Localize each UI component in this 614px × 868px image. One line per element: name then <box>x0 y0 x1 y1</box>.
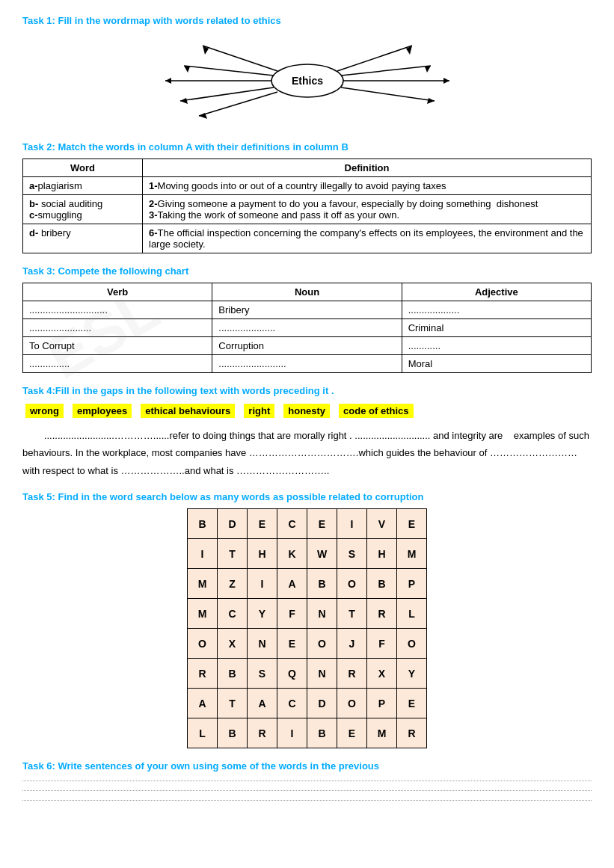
wordsearch-cell: X <box>218 629 248 659</box>
task5-section: Task 5: Find in the word search below as… <box>22 491 592 748</box>
wordsearch-cell: E <box>248 509 277 539</box>
svg-marker-7 <box>165 78 171 84</box>
wordsearch-cell: E <box>337 718 367 748</box>
wordmap-svg: Ethics <box>120 32 494 129</box>
highlight-word-2: employees <box>73 404 132 418</box>
wordsearch-row: OXNEOJFO <box>188 629 427 659</box>
wordmap-container: Ethics <box>120 32 494 129</box>
wordsearch-cell: X <box>367 659 397 689</box>
wordsearch-cell: Y <box>248 599 277 629</box>
highlight-word-4: right <box>244 404 274 418</box>
wordsearch-cell: D <box>218 509 248 539</box>
svg-line-2 <box>203 46 277 71</box>
wordsearch-cell: V <box>367 509 397 539</box>
highlight-word-3: ethical behaviours <box>141 404 235 418</box>
wordsearch-cell: E <box>277 629 307 659</box>
table-row: a-plagiarism 1-Moving goods into or out … <box>23 177 592 195</box>
highlight-word-5: honesty <box>283 404 330 418</box>
wordsearch-row: ITHKWSHM <box>188 539 427 569</box>
wordsearch-cell: B <box>367 569 397 599</box>
wordsearch-cell: Y <box>397 659 427 689</box>
wordsearch-cell: A <box>277 569 307 599</box>
wordsearch-cell: M <box>188 599 218 629</box>
wordsearch-cell: N <box>248 629 277 659</box>
adj-cell: Criminal <box>402 319 591 337</box>
def-cell-1: 1-Moving goods into or out of a country … <box>143 177 592 195</box>
wordsearch-cell: D <box>307 689 337 718</box>
wordsearch-cell: C <box>218 599 248 629</box>
wordsearch-cell: W <box>307 539 337 569</box>
svg-line-14 <box>341 66 431 76</box>
def-cell-3: 6-The official inspection concerning the… <box>143 224 592 253</box>
task4-paragraph: ..........................…………......refe… <box>22 427 592 479</box>
svg-marker-5 <box>184 66 190 73</box>
svg-line-12 <box>337 46 412 71</box>
wordsearch-cell: H <box>367 539 397 569</box>
wordsearch-cell: E <box>397 689 427 718</box>
wordsearch-cell: N <box>307 599 337 629</box>
verb-cell: To Corrupt <box>23 337 212 355</box>
writing-line-3 <box>22 800 592 801</box>
task2-section: Task 2: Match the words in column A with… <box>22 141 592 253</box>
adj-cell: ................... <box>402 301 591 319</box>
wordsearch-row: BDECEIVE <box>188 509 427 539</box>
verb-cell: ............................. <box>23 301 212 319</box>
task4-words-row: wrong employees ethical behaviours right… <box>22 402 592 419</box>
svg-marker-15 <box>425 66 431 73</box>
wordsearch-cell: Z <box>218 569 248 599</box>
chart-table: Verb Noun Adjective ....................… <box>22 283 592 373</box>
svg-marker-9 <box>180 98 188 104</box>
task4-section: Task 4:Fill in the gaps in the following… <box>22 385 592 479</box>
wordsearch-row: ATACDOPE <box>188 689 427 718</box>
wordsearch-row: MZIABOBP <box>188 569 427 599</box>
wordsearch-cell: C <box>277 689 307 718</box>
wordsearch-cell: P <box>397 569 427 599</box>
wordsearch-cell: M <box>367 718 397 748</box>
wordsearch-cell: R <box>188 659 218 689</box>
chart-row: ............... ........................… <box>23 355 592 373</box>
wordsearch-cell: I <box>337 509 367 539</box>
verb-cell: ....................... <box>23 319 212 337</box>
wordsearch-cell: O <box>397 629 427 659</box>
wordsearch-cell: B <box>218 659 248 689</box>
wordsearch-cell: C <box>277 509 307 539</box>
wordsearch-row: MCYFNTRL <box>188 599 427 629</box>
wordsearch-cell: K <box>277 539 307 569</box>
wordsearch-cell: T <box>337 599 367 629</box>
wordsearch-cell: I <box>188 539 218 569</box>
svg-line-10 <box>199 92 277 116</box>
task2-title: Task 2: Match the words in column A with… <box>22 141 592 153</box>
noun-cell: Corruption <box>212 337 402 355</box>
def-cell-2: 2-Giving someone a payment to do you a f… <box>143 195 592 224</box>
wordsearch-cell: R <box>367 599 397 629</box>
svg-line-8 <box>180 87 274 101</box>
wordsearch-cell: H <box>248 539 277 569</box>
col-noun-header: Noun <box>212 283 402 301</box>
verb-cell: ............... <box>23 355 212 373</box>
table-row: d- bribery 6-The official inspection con… <box>23 224 592 253</box>
wordsearch-cell: I <box>277 718 307 748</box>
col-adj-header: Adjective <box>402 283 591 301</box>
word-cell: a-plagiarism <box>23 177 143 195</box>
adj-cell: Moral <box>402 355 591 373</box>
task3-section: Task 3: Compete the following chart Verb… <box>22 265 592 373</box>
word-a: a- <box>29 180 38 191</box>
wordsearch-cell: T <box>218 539 248 569</box>
wordsearch-cell: B <box>188 509 218 539</box>
task1-section: Task 1: Fill in the wordrmap with words … <box>22 15 592 129</box>
task4-title: Task 4:Fill in the gaps in the following… <box>22 385 592 396</box>
svg-marker-19 <box>427 98 435 104</box>
writing-line-1 <box>22 781 592 781</box>
adj-cell: ............ <box>402 337 591 355</box>
writing-line-2 <box>22 790 592 791</box>
wordsearch-cell: A <box>248 689 277 718</box>
svg-marker-17 <box>443 78 449 84</box>
wordsearch-cell: B <box>307 718 337 748</box>
svg-line-4 <box>184 66 274 76</box>
wordsearch-cell: M <box>397 539 427 569</box>
wordsearch-cell: S <box>248 659 277 689</box>
word-cell: d- bribery <box>23 224 143 253</box>
wordsearch-cell: L <box>188 718 218 748</box>
chart-row: ....................... ................… <box>23 319 592 337</box>
task1-title: Task 1: Fill in the wordrmap with words … <box>22 15 592 26</box>
